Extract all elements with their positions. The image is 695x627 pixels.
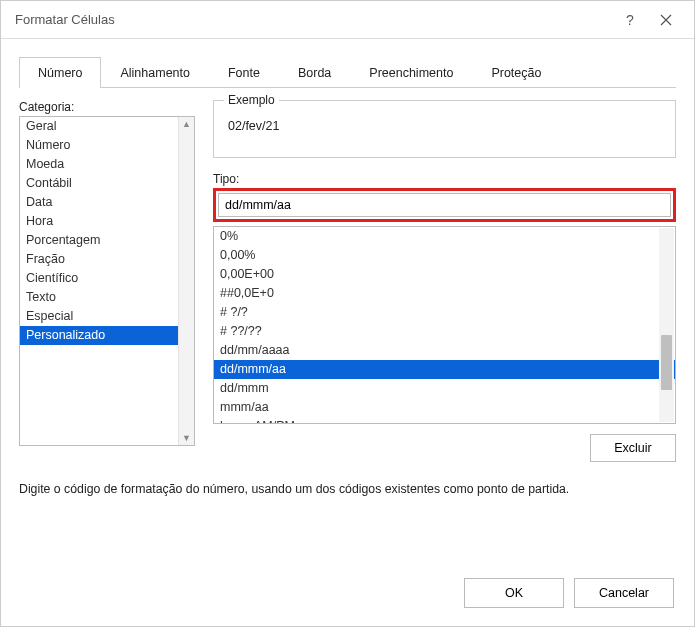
tab-strip: Número Alinhamento Fonte Borda Preenchim…	[19, 57, 676, 88]
format-item[interactable]: 0,00E+00	[214, 265, 675, 284]
title-bar: Formatar Células ?	[1, 1, 694, 39]
format-item[interactable]: # ??/??	[214, 322, 675, 341]
scroll-up-icon: ▲	[182, 119, 191, 129]
ok-button[interactable]: OK	[464, 578, 564, 608]
category-item[interactable]: Moeda	[20, 155, 194, 174]
format-item[interactable]: dd/mmm/aa	[214, 360, 675, 379]
type-input[interactable]	[218, 193, 671, 217]
category-item[interactable]: Especial	[20, 307, 194, 326]
example-legend: Exemplo	[224, 93, 279, 107]
tab-border[interactable]: Borda	[279, 57, 350, 88]
example-value: 02/fev/21	[228, 119, 661, 133]
tab-protection[interactable]: Proteção	[472, 57, 560, 88]
window-title: Formatar Células	[15, 12, 612, 27]
format-scrollbar[interactable]	[659, 228, 674, 422]
detail-column: Exemplo 02/fev/21 Tipo: 0%0,00%0,00E+00#…	[213, 100, 676, 462]
category-item[interactable]: Porcentagem	[20, 231, 194, 250]
format-item[interactable]: dd/mm/aaaa	[214, 341, 675, 360]
close-icon	[660, 14, 672, 26]
tab-font[interactable]: Fonte	[209, 57, 279, 88]
example-box: Exemplo 02/fev/21	[213, 100, 676, 158]
help-button[interactable]: ?	[612, 1, 648, 38]
category-listbox[interactable]: GeralNúmeroMoedaContábilDataHoraPorcenta…	[19, 116, 195, 446]
hint-text: Digite o código de formatação do número,…	[19, 482, 676, 496]
category-item[interactable]: Número	[20, 136, 194, 155]
type-input-highlight	[213, 188, 676, 222]
close-button[interactable]	[648, 1, 684, 38]
category-item[interactable]: Contábil	[20, 174, 194, 193]
category-scrollbar[interactable]: ▲ ▼	[178, 117, 194, 445]
format-item[interactable]: # ?/?	[214, 303, 675, 322]
category-item[interactable]: Personalizado	[20, 326, 194, 345]
category-item[interactable]: Geral	[20, 117, 194, 136]
tab-fill[interactable]: Preenchimento	[350, 57, 472, 88]
category-column: Categoria: GeralNúmeroMoedaContábilDataH…	[19, 100, 195, 462]
format-item[interactable]: 0%	[214, 227, 675, 246]
tab-number[interactable]: Número	[19, 57, 101, 88]
cancel-button[interactable]: Cancelar	[574, 578, 674, 608]
dialog-content: Número Alinhamento Fonte Borda Preenchim…	[1, 39, 694, 626]
format-item[interactable]: h:mm AM/PM	[214, 417, 675, 424]
dialog-footer: OK Cancelar	[19, 566, 676, 614]
format-item[interactable]: mmm/aa	[214, 398, 675, 417]
format-item[interactable]: dd/mmm	[214, 379, 675, 398]
category-item[interactable]: Hora	[20, 212, 194, 231]
category-item[interactable]: Data	[20, 193, 194, 212]
format-item[interactable]: ##0,0E+0	[214, 284, 675, 303]
category-label: Categoria:	[19, 100, 195, 114]
tab-alignment[interactable]: Alinhamento	[101, 57, 209, 88]
number-panel: Categoria: GeralNúmeroMoedaContábilDataH…	[19, 88, 676, 462]
format-listbox[interactable]: 0%0,00%0,00E+00##0,0E+0# ?/?# ??/??dd/mm…	[213, 226, 676, 424]
format-item[interactable]: 0,00%	[214, 246, 675, 265]
delete-button[interactable]: Excluir	[590, 434, 676, 462]
type-label: Tipo:	[213, 172, 676, 186]
scroll-down-icon: ▼	[182, 433, 191, 443]
category-item[interactable]: Texto	[20, 288, 194, 307]
category-item[interactable]: Científico	[20, 269, 194, 288]
category-item[interactable]: Fração	[20, 250, 194, 269]
format-scroll-thumb[interactable]	[661, 335, 672, 390]
delete-row: Excluir	[213, 434, 676, 462]
